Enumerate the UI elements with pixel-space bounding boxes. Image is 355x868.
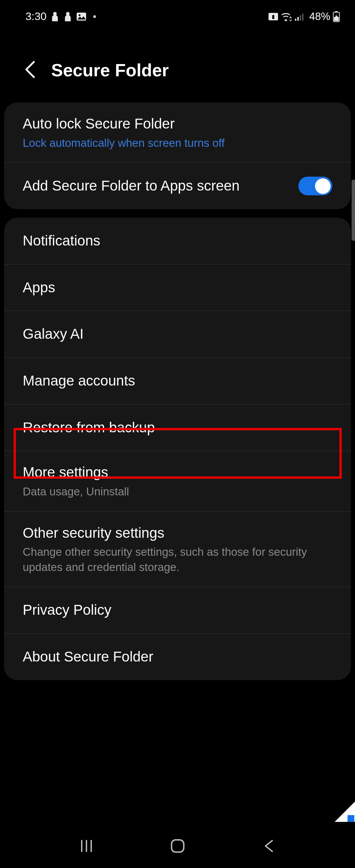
navigation-bar <box>0 824 355 868</box>
setting-more-settings[interactable]: More settings Data usage, Uninstall <box>4 451 351 511</box>
setting-auto-lock[interactable]: Auto lock Secure Folder Lock automatical… <box>4 102 351 163</box>
card-status-icon <box>269 13 278 20</box>
setting-auto-lock-subtitle: Lock automatically when screen turns off <box>23 136 332 151</box>
toggle-thumb <box>315 178 331 194</box>
setting-more-settings-title: More settings <box>23 463 332 482</box>
page-header: Secure Folder <box>0 29 355 94</box>
page-title: Secure Folder <box>51 60 169 80</box>
setting-auto-lock-title: Auto lock Secure Folder <box>23 114 332 134</box>
status-bar: 3:30 48% <box>0 0 355 29</box>
setting-privacy-policy[interactable]: Privacy Policy <box>4 587 351 634</box>
wifi-status-icon <box>281 12 292 21</box>
setting-manage-accounts[interactable]: Manage accounts <box>4 358 351 405</box>
setting-about-title: About Secure Folder <box>23 647 332 667</box>
secure-folder-status-icon-2 <box>63 11 72 22</box>
nav-back-button[interactable] <box>259 836 279 856</box>
setting-apps[interactable]: Apps <box>4 264 351 311</box>
signal-status-icon <box>295 13 305 21</box>
status-left: 3:30 <box>25 10 96 23</box>
svg-rect-6 <box>300 15 301 21</box>
setting-manage-accounts-title: Manage accounts <box>23 371 332 391</box>
status-dot-icon <box>93 15 96 18</box>
setting-about[interactable]: About Secure Folder <box>4 634 351 680</box>
section-general-settings: Notifications Apps Galaxy AI Manage acco… <box>4 218 351 680</box>
setting-add-to-apps-screen[interactable]: Add Secure Folder to Apps screen <box>4 163 351 209</box>
status-time: 3:30 <box>25 10 46 23</box>
setting-galaxy-ai-title: Galaxy AI <box>23 324 332 344</box>
svg-rect-5 <box>297 17 299 21</box>
setting-galaxy-ai[interactable]: Galaxy AI <box>4 311 351 358</box>
svg-rect-4 <box>295 19 296 21</box>
battery-percent: 48% <box>309 11 330 23</box>
back-button[interactable] <box>24 60 36 80</box>
setting-other-security-title: Other security settings <box>23 524 332 543</box>
setting-other-security-subtitle: Change other security settings, such as … <box>23 545 332 575</box>
setting-privacy-policy-title: Privacy Policy <box>23 600 332 620</box>
svg-rect-14 <box>172 840 184 852</box>
section-lock-settings: Auto lock Secure Folder Lock automatical… <box>4 102 351 209</box>
gallery-status-icon <box>76 12 86 21</box>
toggle-add-to-apps[interactable] <box>298 177 332 195</box>
setting-apps-title: Apps <box>23 278 332 297</box>
scroll-indicator[interactable] <box>352 180 355 241</box>
secure-folder-status-icon-1 <box>51 11 59 22</box>
setting-add-to-apps-title: Add Secure Folder to Apps screen <box>23 176 298 196</box>
setting-restore-backup-title: Restore from backup <box>23 418 332 437</box>
setting-notifications[interactable]: Notifications <box>4 218 351 264</box>
setting-more-settings-subtitle: Data usage, Uninstall <box>23 484 332 499</box>
setting-notifications-title: Notifications <box>23 231 332 251</box>
setting-restore-backup[interactable]: Restore from backup <box>4 405 351 451</box>
svg-point-1 <box>79 14 80 16</box>
nav-home-button[interactable] <box>167 836 188 856</box>
battery-status-icon <box>333 11 340 22</box>
svg-rect-7 <box>302 14 303 21</box>
setting-other-security[interactable]: Other security settings Change other sec… <box>4 512 351 587</box>
corner-indicator-inner <box>348 815 354 822</box>
status-right: 48% <box>269 11 340 23</box>
nav-recents-button[interactable] <box>76 836 97 856</box>
